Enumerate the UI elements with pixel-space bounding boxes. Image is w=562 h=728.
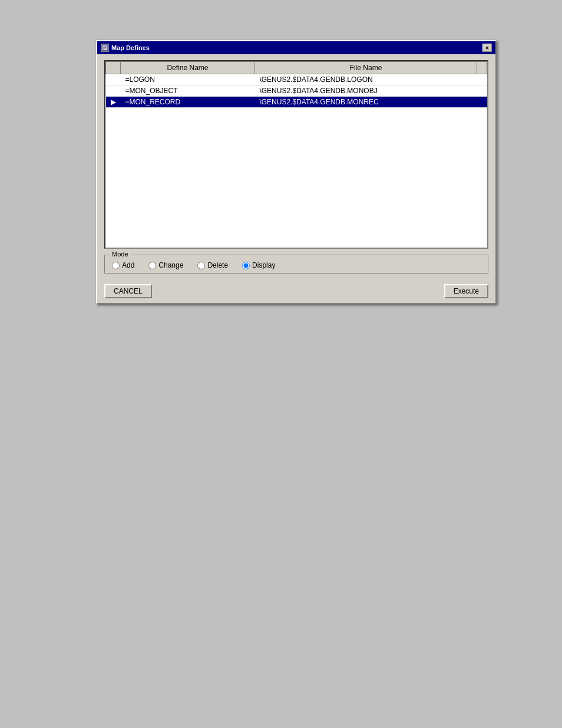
define-name-cell: =MON_RECORD [121,97,255,108]
radio-add-input[interactable] [112,262,120,269]
app-icon: P [101,44,109,52]
row-marker [106,74,121,85]
col-define-name: Define Name [121,62,255,74]
radio-delete-label: Delete [207,261,228,269]
defines-table-container[interactable]: Define Name File Name =LOGON\GENUS2.$DAT… [104,60,488,249]
row-end [477,85,487,97]
cancel-button[interactable]: CANCEL [104,284,152,298]
svg-text:P: P [103,45,107,51]
mode-options: Add Change Delete Display [112,259,481,269]
file-name-cell: \GENUS2.$DATA4.GENDB.MONREC [254,97,477,108]
col-end [477,62,487,74]
table-row[interactable]: =LOGON\GENUS2.$DATA4.GENDB.LOGON [106,74,487,85]
define-name-cell: =LOGON [121,74,255,85]
dialog-footer: CANCEL Execute [97,279,495,303]
defines-table: Define Name File Name =LOGON\GENUS2.$DAT… [105,61,487,108]
execute-button[interactable]: Execute [444,284,488,298]
table-row[interactable]: =MON_OBJECT\GENUS2.$DATA4.GENDB.MONOBJ [106,85,487,97]
radio-add[interactable]: Add [112,261,134,269]
mode-group: Mode Add Change Delete Display [104,255,488,274]
file-name-cell: \GENUS2.$DATA4.GENDB.MONOBJ [254,85,477,97]
mode-legend: Mode [110,251,131,258]
title-bar: P Map Defines × [97,41,495,54]
radio-change[interactable]: Change [148,261,183,269]
title-bar-left: P Map Defines [101,44,150,52]
radio-change-input[interactable] [148,262,156,269]
radio-display-input[interactable] [242,262,250,269]
table-row[interactable]: ▶=MON_RECORD\GENUS2.$DATA4.GENDB.MONREC [106,97,487,108]
row-end [477,74,487,85]
dialog-title: Map Defines [111,44,150,51]
dialog-body: Define Name File Name =LOGON\GENUS2.$DAT… [97,54,495,279]
radio-display-label: Display [252,261,275,269]
radio-display[interactable]: Display [242,261,275,269]
row-end [477,97,487,108]
radio-delete[interactable]: Delete [197,261,228,269]
radio-delete-input[interactable] [197,262,205,269]
row-marker [106,85,121,97]
radio-change-label: Change [158,261,183,269]
row-marker: ▶ [106,97,121,108]
col-marker [106,62,121,74]
file-name-cell: \GENUS2.$DATA4.GENDB.LOGON [254,74,477,85]
col-file-name: File Name [254,62,477,74]
radio-add-label: Add [122,261,134,269]
map-defines-dialog: P Map Defines × Define Name File Name [96,40,497,304]
close-button[interactable]: × [482,44,492,52]
define-name-cell: =MON_OBJECT [121,85,255,97]
